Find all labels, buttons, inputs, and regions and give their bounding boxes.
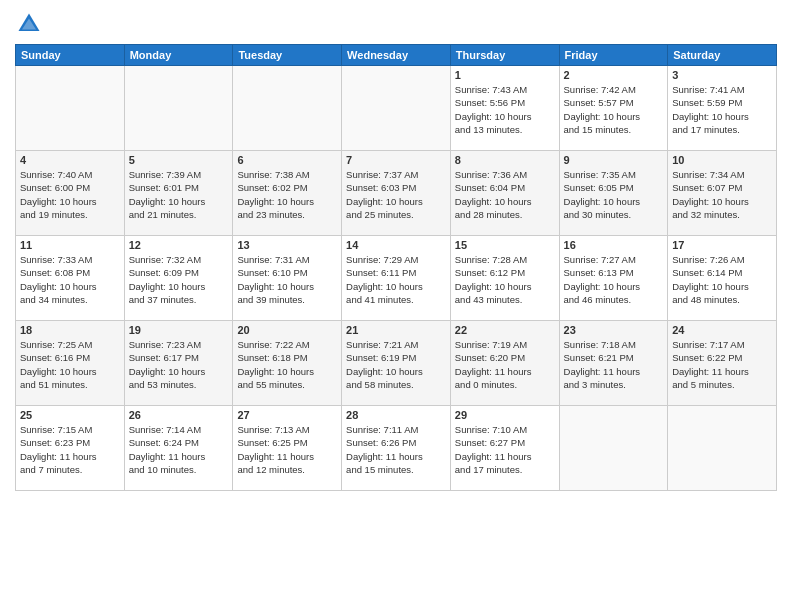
calendar-cell: 17Sunrise: 7:26 AM Sunset: 6:14 PM Dayli… [668, 236, 777, 321]
day-number: 29 [455, 409, 555, 421]
calendar-cell: 5Sunrise: 7:39 AM Sunset: 6:01 PM Daylig… [124, 151, 233, 236]
calendar-cell [559, 406, 668, 491]
day-number: 14 [346, 239, 446, 251]
day-number: 3 [672, 69, 772, 81]
calendar-cell: 27Sunrise: 7:13 AM Sunset: 6:25 PM Dayli… [233, 406, 342, 491]
day-number: 25 [20, 409, 120, 421]
calendar-header-row: SundayMondayTuesdayWednesdayThursdayFrid… [16, 45, 777, 66]
day-info: Sunrise: 7:11 AM Sunset: 6:26 PM Dayligh… [346, 423, 446, 476]
day-number: 24 [672, 324, 772, 336]
calendar-cell: 26Sunrise: 7:14 AM Sunset: 6:24 PM Dayli… [124, 406, 233, 491]
calendar-cell: 25Sunrise: 7:15 AM Sunset: 6:23 PM Dayli… [16, 406, 125, 491]
calendar-cell: 13Sunrise: 7:31 AM Sunset: 6:10 PM Dayli… [233, 236, 342, 321]
day-info: Sunrise: 7:41 AM Sunset: 5:59 PM Dayligh… [672, 83, 772, 136]
day-number: 15 [455, 239, 555, 251]
day-info: Sunrise: 7:36 AM Sunset: 6:04 PM Dayligh… [455, 168, 555, 221]
calendar-cell [233, 66, 342, 151]
day-number: 1 [455, 69, 555, 81]
calendar: SundayMondayTuesdayWednesdayThursdayFrid… [15, 44, 777, 491]
day-number: 18 [20, 324, 120, 336]
header [15, 10, 777, 38]
day-info: Sunrise: 7:19 AM Sunset: 6:20 PM Dayligh… [455, 338, 555, 391]
day-number: 17 [672, 239, 772, 251]
page: SundayMondayTuesdayWednesdayThursdayFrid… [0, 0, 792, 612]
calendar-cell: 21Sunrise: 7:21 AM Sunset: 6:19 PM Dayli… [342, 321, 451, 406]
calendar-week-4: 18Sunrise: 7:25 AM Sunset: 6:16 PM Dayli… [16, 321, 777, 406]
calendar-cell: 1Sunrise: 7:43 AM Sunset: 5:56 PM Daylig… [450, 66, 559, 151]
day-number: 26 [129, 409, 229, 421]
day-info: Sunrise: 7:23 AM Sunset: 6:17 PM Dayligh… [129, 338, 229, 391]
day-info: Sunrise: 7:13 AM Sunset: 6:25 PM Dayligh… [237, 423, 337, 476]
day-number: 4 [20, 154, 120, 166]
day-info: Sunrise: 7:38 AM Sunset: 6:02 PM Dayligh… [237, 168, 337, 221]
day-info: Sunrise: 7:32 AM Sunset: 6:09 PM Dayligh… [129, 253, 229, 306]
day-number: 21 [346, 324, 446, 336]
calendar-cell: 18Sunrise: 7:25 AM Sunset: 6:16 PM Dayli… [16, 321, 125, 406]
day-number: 5 [129, 154, 229, 166]
day-number: 13 [237, 239, 337, 251]
day-info: Sunrise: 7:22 AM Sunset: 6:18 PM Dayligh… [237, 338, 337, 391]
calendar-cell: 6Sunrise: 7:38 AM Sunset: 6:02 PM Daylig… [233, 151, 342, 236]
calendar-cell: 7Sunrise: 7:37 AM Sunset: 6:03 PM Daylig… [342, 151, 451, 236]
calendar-cell [668, 406, 777, 491]
calendar-cell: 9Sunrise: 7:35 AM Sunset: 6:05 PM Daylig… [559, 151, 668, 236]
day-info: Sunrise: 7:37 AM Sunset: 6:03 PM Dayligh… [346, 168, 446, 221]
calendar-week-3: 11Sunrise: 7:33 AM Sunset: 6:08 PM Dayli… [16, 236, 777, 321]
day-number: 7 [346, 154, 446, 166]
day-info: Sunrise: 7:15 AM Sunset: 6:23 PM Dayligh… [20, 423, 120, 476]
day-number: 27 [237, 409, 337, 421]
day-info: Sunrise: 7:14 AM Sunset: 6:24 PM Dayligh… [129, 423, 229, 476]
calendar-cell: 19Sunrise: 7:23 AM Sunset: 6:17 PM Dayli… [124, 321, 233, 406]
calendar-cell: 4Sunrise: 7:40 AM Sunset: 6:00 PM Daylig… [16, 151, 125, 236]
day-number: 19 [129, 324, 229, 336]
day-header-sunday: Sunday [16, 45, 125, 66]
day-info: Sunrise: 7:29 AM Sunset: 6:11 PM Dayligh… [346, 253, 446, 306]
calendar-cell: 10Sunrise: 7:34 AM Sunset: 6:07 PM Dayli… [668, 151, 777, 236]
calendar-cell: 22Sunrise: 7:19 AM Sunset: 6:20 PM Dayli… [450, 321, 559, 406]
calendar-cell: 2Sunrise: 7:42 AM Sunset: 5:57 PM Daylig… [559, 66, 668, 151]
day-info: Sunrise: 7:21 AM Sunset: 6:19 PM Dayligh… [346, 338, 446, 391]
day-info: Sunrise: 7:34 AM Sunset: 6:07 PM Dayligh… [672, 168, 772, 221]
day-number: 22 [455, 324, 555, 336]
day-number: 9 [564, 154, 664, 166]
day-header-wednesday: Wednesday [342, 45, 451, 66]
day-info: Sunrise: 7:40 AM Sunset: 6:00 PM Dayligh… [20, 168, 120, 221]
day-info: Sunrise: 7:17 AM Sunset: 6:22 PM Dayligh… [672, 338, 772, 391]
day-number: 6 [237, 154, 337, 166]
day-info: Sunrise: 7:39 AM Sunset: 6:01 PM Dayligh… [129, 168, 229, 221]
day-number: 10 [672, 154, 772, 166]
day-info: Sunrise: 7:27 AM Sunset: 6:13 PM Dayligh… [564, 253, 664, 306]
calendar-cell [124, 66, 233, 151]
calendar-cell: 15Sunrise: 7:28 AM Sunset: 6:12 PM Dayli… [450, 236, 559, 321]
day-header-friday: Friday [559, 45, 668, 66]
day-info: Sunrise: 7:26 AM Sunset: 6:14 PM Dayligh… [672, 253, 772, 306]
day-info: Sunrise: 7:25 AM Sunset: 6:16 PM Dayligh… [20, 338, 120, 391]
calendar-cell: 24Sunrise: 7:17 AM Sunset: 6:22 PM Dayli… [668, 321, 777, 406]
day-info: Sunrise: 7:33 AM Sunset: 6:08 PM Dayligh… [20, 253, 120, 306]
calendar-cell: 23Sunrise: 7:18 AM Sunset: 6:21 PM Dayli… [559, 321, 668, 406]
logo [15, 10, 47, 38]
day-number: 2 [564, 69, 664, 81]
day-info: Sunrise: 7:42 AM Sunset: 5:57 PM Dayligh… [564, 83, 664, 136]
calendar-week-2: 4Sunrise: 7:40 AM Sunset: 6:00 PM Daylig… [16, 151, 777, 236]
day-number: 20 [237, 324, 337, 336]
day-header-saturday: Saturday [668, 45, 777, 66]
day-header-thursday: Thursday [450, 45, 559, 66]
day-number: 11 [20, 239, 120, 251]
day-info: Sunrise: 7:31 AM Sunset: 6:10 PM Dayligh… [237, 253, 337, 306]
calendar-cell [16, 66, 125, 151]
calendar-cell: 3Sunrise: 7:41 AM Sunset: 5:59 PM Daylig… [668, 66, 777, 151]
day-number: 16 [564, 239, 664, 251]
day-header-monday: Monday [124, 45, 233, 66]
day-number: 12 [129, 239, 229, 251]
day-info: Sunrise: 7:35 AM Sunset: 6:05 PM Dayligh… [564, 168, 664, 221]
day-info: Sunrise: 7:10 AM Sunset: 6:27 PM Dayligh… [455, 423, 555, 476]
calendar-cell: 28Sunrise: 7:11 AM Sunset: 6:26 PM Dayli… [342, 406, 451, 491]
day-number: 28 [346, 409, 446, 421]
calendar-cell: 12Sunrise: 7:32 AM Sunset: 6:09 PM Dayli… [124, 236, 233, 321]
calendar-cell: 14Sunrise: 7:29 AM Sunset: 6:11 PM Dayli… [342, 236, 451, 321]
logo-icon [15, 10, 43, 38]
calendar-cell: 29Sunrise: 7:10 AM Sunset: 6:27 PM Dayli… [450, 406, 559, 491]
calendar-week-1: 1Sunrise: 7:43 AM Sunset: 5:56 PM Daylig… [16, 66, 777, 151]
calendar-week-5: 25Sunrise: 7:15 AM Sunset: 6:23 PM Dayli… [16, 406, 777, 491]
